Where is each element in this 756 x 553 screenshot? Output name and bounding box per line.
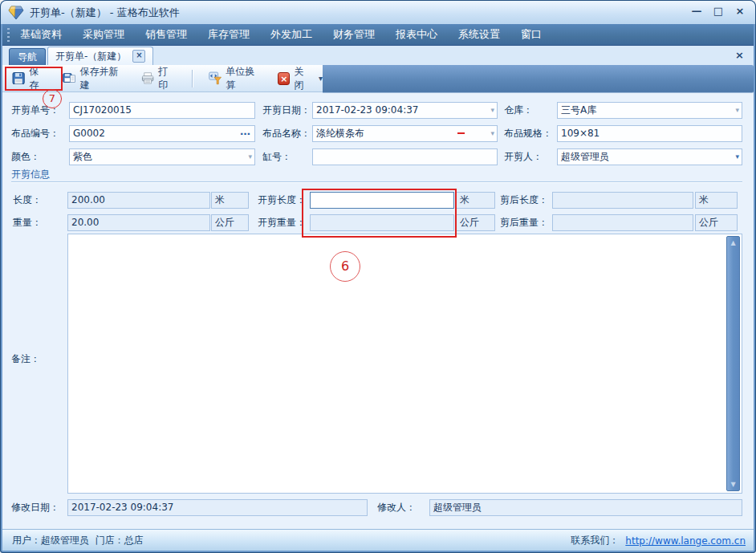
weight-label: 重量： — [13, 214, 42, 231]
cut-length-unit: 米 — [460, 194, 469, 205]
window-title: 开剪单-（新建） - 蓝格布业软件 — [30, 6, 180, 20]
close-button[interactable]: × — [734, 5, 746, 17]
fabric-spec-field[interactable]: 109×81 — [557, 125, 742, 142]
remark-label: 备注： — [11, 351, 40, 368]
toolbar-close-button[interactable]: × 关闭 ▾ — [278, 65, 323, 92]
menu-item-window[interactable]: 窗口 — [521, 27, 542, 42]
fabric-no-field[interactable]: G0002 … — [69, 125, 255, 142]
toolbar-close-button-label: 关闭 — [294, 65, 312, 92]
fabric-name-dropdown-icon[interactable]: ▾ — [490, 126, 494, 141]
order-no-field[interactable]: CJ17020015 — [69, 102, 255, 119]
fabric-name-value: 涤纶横条布 — [316, 128, 364, 139]
color-field[interactable]: 紫色 ▾ — [69, 148, 255, 165]
user-info-text: 用户：超级管理员 门店：总店 — [12, 534, 144, 547]
after-length-label: 剪后长度： — [500, 192, 548, 209]
length-unit-box: 米 — [211, 192, 249, 209]
color-dropdown-icon[interactable]: ▾ — [248, 149, 252, 165]
save-icon — [12, 71, 25, 85]
warehouse-field[interactable]: 三号A库 ▾ — [557, 102, 742, 119]
menu-item-outsourcing[interactable]: 外发加工 — [270, 27, 312, 42]
length-unit: 米 — [215, 194, 225, 205]
remark-textarea[interactable]: ▲ ▼ — [67, 234, 742, 494]
cut-weight-label: 开剪重量： — [258, 214, 306, 231]
contact-label: 联系我们： — [571, 534, 619, 547]
cutter-dropdown-icon[interactable]: ▾ — [735, 149, 739, 165]
print-button[interactable]: 打印 — [141, 65, 177, 92]
menu-bar: 基础资料 采购管理 销售管理 库存管理 外发加工 财务管理 报表中心 系统设置 … — [2, 24, 754, 46]
modify-date-field: 2017-02-23 09:04:37 — [67, 499, 368, 516]
modify-date-label: 修改日期： — [11, 499, 59, 516]
color-label: 颜色： — [11, 148, 40, 165]
cut-date-field[interactable]: 2017-02-23 09:04:37 ▾ — [312, 102, 498, 119]
modifier-value: 超级管理员 — [433, 502, 482, 513]
menu-item-purchase[interactable]: 采购管理 — [83, 27, 124, 42]
cutter-field[interactable]: 超级管理员 ▾ — [557, 148, 742, 165]
modifier-field: 超级管理员 — [429, 499, 742, 516]
fabric-name-label: 布品名称： — [262, 125, 311, 142]
cut-weight-field[interactable] — [310, 214, 454, 231]
scroll-up-icon[interactable]: ▲ — [727, 239, 739, 246]
save-and-new-button[interactable]: 保存并新建 — [63, 65, 126, 92]
scroll-down-icon[interactable]: ▼ — [727, 481, 739, 488]
fabric-name-field[interactable]: 涤纶横条布 ▾ — [312, 125, 498, 142]
cut-date-label: 开剪日期： — [262, 102, 311, 119]
vat-no-field[interactable] — [312, 148, 498, 165]
menu-item-reports[interactable]: 报表中心 — [396, 27, 437, 42]
tab-document-label: 开剪单-（新建） — [55, 50, 126, 63]
modifier-label: 修改人： — [377, 499, 416, 516]
save-and-new-button-label: 保存并新建 — [79, 65, 125, 92]
panel-close-icon[interactable]: × — [735, 49, 744, 61]
cut-weight-unit: 公斤 — [460, 217, 479, 228]
remark-scrollbar[interactable]: ▲ ▼ — [726, 236, 740, 491]
toolbar-separator — [192, 70, 193, 87]
cut-length-field[interactable] — [310, 192, 454, 209]
menu-item-system[interactable]: 系统设置 — [458, 27, 500, 42]
title-bar: 开剪单-（新建） - 蓝格布业软件 — □ × — [1, 1, 755, 24]
fabric-no-label: 布品编号： — [11, 125, 59, 142]
app-window: 开剪单-（新建） - 蓝格布业软件 — □ × 基础资料 采购管理 销售管理 库… — [0, 0, 756, 553]
vat-no-label: 缸号： — [262, 148, 291, 165]
length-field: 200.00 — [67, 192, 210, 209]
tab-document[interactable]: 开剪单-（新建） × — [47, 47, 153, 65]
toolbar-filler — [323, 65, 754, 93]
website-link[interactable]: http://www.lange.com.cn — [625, 535, 746, 547]
length-label: 长度： — [13, 192, 42, 209]
weight-field: 20.00 — [67, 214, 210, 231]
after-weight-field — [552, 214, 693, 231]
order-no-value: CJ17020015 — [73, 104, 132, 116]
color-value: 紫色 — [73, 151, 92, 162]
menu-item-finance[interactable]: 财务管理 — [333, 27, 375, 42]
minimize-button[interactable]: — — [691, 5, 702, 17]
cut-weight-unit-box: 公斤 — [456, 214, 495, 231]
print-icon — [141, 71, 154, 85]
tab-close-icon[interactable]: × — [132, 50, 145, 63]
weight-value: 20.00 — [71, 217, 99, 228]
tab-navigation[interactable]: 导航 — [9, 48, 46, 65]
menu-item-inventory[interactable]: 库存管理 — [208, 27, 250, 42]
fabric-spec-value: 109×81 — [561, 128, 600, 139]
menu-item-basic-data[interactable]: 基础资料 — [20, 27, 62, 42]
after-weight-unit-box: 公斤 — [695, 214, 738, 231]
cut-date-dropdown-icon[interactable]: ▾ — [490, 103, 494, 118]
fabric-no-ellipsis-button[interactable]: … — [240, 125, 251, 139]
save-and-new-icon — [63, 71, 75, 85]
cut-length-unit-box: 米 — [456, 192, 495, 209]
tab-bar: 导航 开剪单-（新建） × × — [2, 46, 754, 65]
weight-unit-box: 公斤 — [211, 214, 249, 231]
save-button-label: 保存 — [29, 65, 47, 92]
order-no-label: 开剪单号： — [11, 102, 59, 119]
after-weight-unit: 公斤 — [699, 217, 718, 228]
maximize-button[interactable]: □ — [713, 5, 724, 17]
toolbar: 保存 保存并新建 打印 — [2, 65, 323, 92]
after-length-unit: 米 — [699, 194, 709, 205]
weight-unit: 公斤 — [215, 217, 234, 228]
menu-item-sales[interactable]: 销售管理 — [145, 27, 187, 42]
warehouse-dropdown-icon[interactable]: ▾ — [735, 103, 739, 118]
unit-convert-button[interactable]: 单位换算 — [209, 65, 262, 92]
save-button[interactable]: 保存 — [12, 65, 47, 92]
after-weight-label: 剪后重量： — [500, 214, 548, 231]
unit-convert-icon — [209, 71, 222, 85]
fabric-spec-label: 布品规格： — [504, 125, 552, 142]
app-logo-icon — [8, 6, 24, 20]
close-red-icon: × — [278, 72, 290, 85]
